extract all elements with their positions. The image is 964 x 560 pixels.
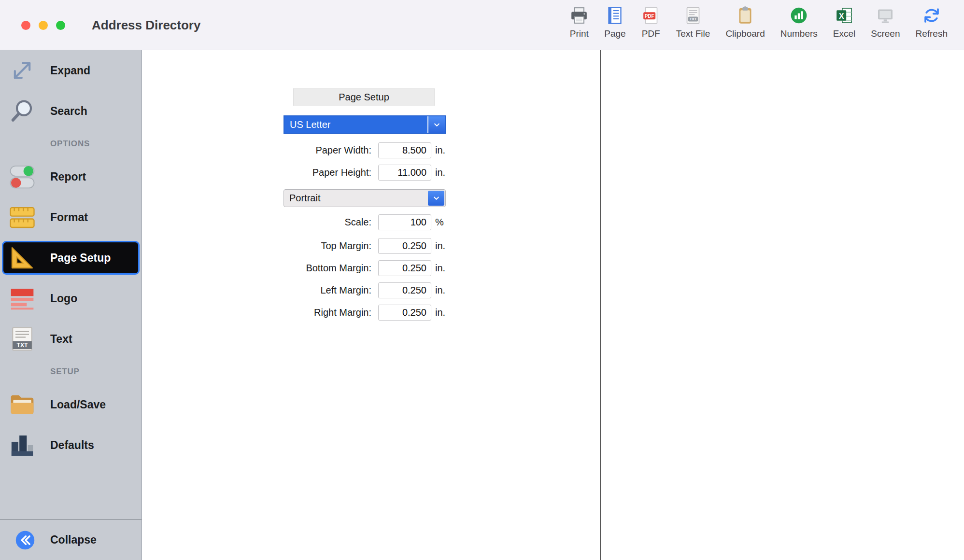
app-body: ExpandSearchOPTIONSReportFormatPage Setu… [0, 50, 964, 560]
toolbar-button-pdf[interactable]: PDFPDF [641, 6, 661, 39]
toolbar-label: Excel [833, 28, 855, 39]
title-bar: Address Directory PrintPagePDFPDFTXTText… [0, 0, 964, 50]
sidebar-item-expand[interactable]: Expand [0, 50, 142, 91]
scale-label: Scale: [284, 217, 371, 228]
bottom-margin-input[interactable] [378, 260, 431, 276]
paper-width-label: Paper Width: [284, 145, 371, 156]
paper-size-value: US Letter [284, 116, 427, 133]
search-icon [9, 98, 36, 125]
toolbar-label: Refresh [915, 28, 948, 39]
vertical-divider [600, 50, 601, 560]
sidebar-item-logo[interactable]: Logo [0, 278, 142, 319]
close-window-button[interactable] [21, 21, 30, 30]
sidebar-item-text[interactable]: TXTText [0, 319, 142, 359]
zoom-window-button[interactable] [56, 21, 65, 30]
paper-height-unit: in. [435, 167, 445, 178]
sidebar-section-label: OPTIONS [50, 139, 90, 149]
left-margin-row: Left Margin:in. [284, 282, 457, 298]
clipboard-icon [736, 6, 755, 25]
app-window: Address Directory PrintPagePDFPDFTXTText… [0, 0, 964, 560]
margin-fields: Scale:%Top Margin:in.Bottom Margin:in.Le… [284, 214, 457, 321]
toolbar-button-numbers[interactable]: Numbers [780, 6, 818, 39]
right-margin-input[interactable] [378, 305, 431, 321]
numbers-icon [789, 6, 808, 25]
toolbar-label: Text File [676, 28, 710, 39]
toolbar-label: Clipboard [725, 28, 765, 39]
collapse-icon [14, 530, 36, 551]
svg-text:TXT: TXT [17, 342, 28, 349]
sidebar-item-label: Load/Save [50, 398, 106, 411]
sidebar-section-options: OPTIONS [0, 131, 142, 156]
chevron-down-icon [432, 120, 441, 129]
toolbar-button-refresh[interactable]: Refresh [915, 6, 948, 39]
sidebar-item-load-save[interactable]: Load/Save [0, 384, 142, 425]
scale-input[interactable] [378, 214, 431, 230]
excel-icon: X [835, 6, 854, 25]
paper-size-dropdown[interactable]: US Letter [284, 115, 446, 134]
toolbar-label: PDF [642, 28, 660, 39]
sidebar-item-defaults[interactable]: Defaults [0, 425, 142, 465]
toolbar-label: Print [570, 28, 589, 39]
scale-row: Scale:% [284, 214, 457, 230]
format-ruler-icon [9, 204, 36, 231]
toolbar-button-screen[interactable]: Screen [871, 6, 900, 39]
expand-icon [9, 57, 36, 84]
printer-icon [569, 6, 589, 25]
toolbar: PrintPagePDFPDFTXTText FileClipboardNumb… [569, 6, 948, 39]
paper-height-row: Paper Height:in. [284, 165, 457, 181]
left-margin-unit: in. [435, 285, 445, 296]
top-margin-input[interactable] [378, 238, 431, 254]
svg-text:X: X [839, 12, 844, 20]
toolbar-label: Page [604, 28, 625, 39]
logo-icon [9, 285, 36, 312]
page-setup-form: Page Setup US Letter Paper Width:in.Pape… [284, 88, 457, 321]
paper-width-unit: in. [435, 145, 445, 156]
svg-text:PDF: PDF [644, 14, 654, 19]
paper-height-input[interactable] [378, 165, 431, 181]
paper-size-dropdown-button[interactable] [427, 116, 445, 133]
toolbar-button-print[interactable]: Print [569, 6, 589, 39]
sidebar-item-format[interactable]: Format [0, 197, 142, 238]
sidebar-section-label: SETUP [50, 367, 80, 377]
sidebar-item-label: Format [50, 211, 88, 224]
right-margin-label: Right Margin: [284, 307, 371, 318]
paper-size-fields: Paper Width:in.Paper Height:in. [284, 142, 457, 181]
sidebar-item-label: Report [50, 170, 86, 183]
pdf-icon: PDF [641, 6, 661, 25]
bottom-margin-label: Bottom Margin: [284, 263, 371, 274]
right-margin-row: Right Margin:in. [284, 305, 457, 321]
sidebar-item-label: Expand [50, 64, 90, 77]
collapse-label: Collapse [50, 533, 97, 546]
top-margin-row: Top Margin:in. [284, 238, 457, 254]
paper-width-input[interactable] [378, 142, 431, 158]
report-toggles-icon [9, 163, 36, 190]
toolbar-button-clipboard[interactable]: Clipboard [725, 6, 765, 39]
toolbar-label: Numbers [780, 28, 818, 39]
sidebar-item-search[interactable]: Search [0, 91, 142, 131]
toolbar-button-text-file[interactable]: TXTText File [676, 6, 710, 39]
window-title: Address Directory [92, 17, 200, 32]
minimize-window-button[interactable] [39, 21, 48, 30]
left-margin-input[interactable] [378, 282, 431, 298]
sidebar-item-label: Text [50, 333, 72, 346]
screen-icon [876, 6, 895, 25]
text-file-icon: TXT [683, 6, 703, 25]
text-document-icon: TXT [9, 325, 36, 352]
refresh-icon [922, 6, 941, 25]
sidebar-item-report[interactable]: Report [0, 156, 142, 197]
sidebar-item-collapse[interactable]: Collapse [0, 519, 142, 560]
toolbar-button-excel[interactable]: XExcel [833, 6, 855, 39]
sidebar-section-setup: SETUP [0, 359, 142, 384]
sidebar-item-label: Page Setup [50, 252, 111, 265]
orientation-dropdown-button[interactable] [428, 191, 444, 206]
orientation-value: Portrait [284, 190, 427, 207]
sidebar-item-page-setup[interactable]: Page Setup [2, 241, 140, 275]
page-setup-triangle-icon [9, 244, 36, 271]
toolbar-label: Screen [871, 28, 900, 39]
orientation-dropdown[interactable]: Portrait [284, 189, 446, 207]
paper-height-label: Paper Height: [284, 167, 371, 178]
sidebar: ExpandSearchOPTIONSReportFormatPage Setu… [0, 50, 142, 560]
toolbar-button-page[interactable]: Page [604, 6, 625, 39]
bottom-margin-row: Bottom Margin:in. [284, 260, 457, 276]
folder-icon [9, 391, 36, 418]
